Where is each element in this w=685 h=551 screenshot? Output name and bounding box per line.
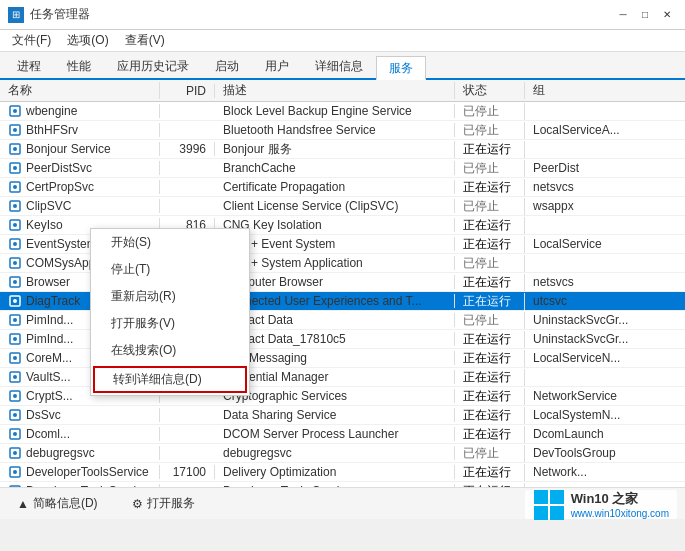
cell-name: CertPropSvc — [0, 180, 160, 194]
open-services-button[interactable]: ⚙ 打开服务 — [123, 491, 204, 516]
cell-desc: Credential Manager — [215, 370, 455, 384]
menu-options[interactable]: 选项(O) — [59, 30, 116, 51]
title-bar-left: ⊞ 任务管理器 — [8, 6, 90, 23]
cell-desc: CoreMessaging — [215, 351, 455, 365]
table-row[interactable]: ClipSVC Client License Service (ClipSVC)… — [0, 197, 685, 216]
table-row[interactable]: PeerDistSvc BranchCache 已停止 PeerDist — [0, 159, 685, 178]
menu-view[interactable]: 查看(V) — [117, 30, 173, 51]
tab-startup[interactable]: 启动 — [202, 54, 252, 78]
tab-app-history[interactable]: 应用历史记录 — [104, 54, 202, 78]
cell-desc: Data Sharing Service — [215, 408, 455, 422]
tab-processes[interactable]: 进程 — [4, 54, 54, 78]
minimize-button[interactable]: ─ — [613, 5, 633, 25]
tab-services[interactable]: 服务 — [376, 56, 426, 80]
open-services-label: 打开服务 — [147, 495, 195, 512]
table-row[interactable]: wbengine Block Level Backup Engine Servi… — [0, 102, 685, 121]
cell-group: DevToolsGroup — [525, 446, 685, 460]
svg-point-29 — [13, 375, 17, 379]
cell-desc: BranchCache — [215, 161, 455, 175]
service-icon — [8, 123, 22, 137]
cell-status: 已停止 — [455, 198, 525, 215]
table-row[interactable]: CertPropSvc Certificate Propagation 正在运行… — [0, 178, 685, 197]
service-icon — [8, 294, 22, 308]
menu-file[interactable]: 文件(F) — [4, 30, 59, 51]
cell-name: wbengine — [0, 104, 160, 118]
service-icon — [8, 370, 22, 384]
main-content: 名称 PID 描述 状态 组 wbengine Block Level Back… — [0, 80, 685, 519]
watermark-text: Win10 之家 www.win10xitong.com — [571, 490, 669, 519]
service-icon — [8, 199, 22, 213]
summary-button[interactable]: ▲ 简略信息(D) — [8, 491, 107, 516]
table-row[interactable]: debugregsvc debugregsvc 已停止 DevToolsGrou… — [0, 444, 685, 463]
close-button[interactable]: ✕ — [657, 5, 677, 25]
tab-details[interactable]: 详细信息 — [302, 54, 376, 78]
table-row[interactable]: DeveloperToolsService 17100 Delivery Opt… — [0, 463, 685, 482]
cell-status: 正在运行 — [455, 236, 525, 253]
svg-rect-46 — [534, 506, 548, 520]
context-menu-item-start[interactable]: 开始(S) — [91, 229, 249, 256]
svg-point-9 — [13, 185, 17, 189]
context-menu-item-open-services[interactable]: 打开服务(V) — [91, 310, 249, 337]
title-bar: ⊞ 任务管理器 ─ □ ✕ — [0, 0, 685, 30]
cell-desc: COM+ System Application — [215, 256, 455, 270]
cell-group: NetworkService — [525, 389, 685, 403]
table-row[interactable]: BthHFSrv Bluetooth Handsfree Service 已停止… — [0, 121, 685, 140]
cell-group: netsvcs — [525, 275, 685, 289]
cell-group: utcsvc — [525, 294, 685, 308]
header-status[interactable]: 状态 — [455, 82, 525, 99]
service-icon — [8, 427, 22, 441]
summary-label: 简略信息(D) — [33, 495, 98, 512]
status-bar: ▲ 简略信息(D) ⚙ 打开服务 Win10 之家 www.win10xiton… — [0, 487, 685, 519]
header-name[interactable]: 名称 — [0, 82, 160, 99]
cell-desc: Connected User Experiences and T... — [215, 294, 455, 308]
cell-status: 已停止 — [455, 122, 525, 139]
cell-group: UninstackSvcGr... — [525, 313, 685, 327]
tab-performance[interactable]: 性能 — [54, 54, 104, 78]
svg-point-25 — [13, 337, 17, 341]
cell-status: 正在运行 — [455, 293, 525, 310]
cell-group: UninstackSvcGr... — [525, 332, 685, 346]
cell-desc: COM+ Event System — [215, 237, 455, 251]
service-icon — [8, 142, 22, 156]
cell-desc: Delivery Optimization — [215, 465, 455, 479]
menu-bar: 文件(F) 选项(O) 查看(V) — [0, 30, 685, 52]
cell-group: netsvcs — [525, 180, 685, 194]
cell-group: LocalServiceN... — [525, 351, 685, 365]
service-icon — [8, 180, 22, 194]
header-desc[interactable]: 描述 — [215, 82, 455, 99]
table-row[interactable]: Bonjour Service 3996 Bonjour 服务 正在运行 — [0, 140, 685, 159]
service-icon — [8, 389, 22, 403]
context-menu-item-search-online[interactable]: 在线搜索(O) — [91, 337, 249, 364]
watermark: Win10 之家 www.win10xitong.com — [525, 490, 677, 519]
cell-status: 已停止 — [455, 445, 525, 462]
cell-status: 已停止 — [455, 255, 525, 272]
cell-status: 正在运行 — [455, 407, 525, 424]
cell-desc: Cryptographic Services — [215, 389, 455, 403]
svg-point-17 — [13, 261, 17, 265]
cell-status: 已停止 — [455, 312, 525, 329]
cell-pid: 3996 — [160, 142, 215, 156]
svg-point-13 — [13, 223, 17, 227]
cell-desc: CNG Key Isolation — [215, 218, 455, 232]
table-row[interactable]: DsSvc Data Sharing Service 正在运行 LocalSys… — [0, 406, 685, 425]
cell-status: 正在运行 — [455, 388, 525, 405]
cell-status: 正在运行 — [455, 217, 525, 234]
title-bar-text: 任务管理器 — [30, 6, 90, 23]
cell-status: 正在运行 — [455, 141, 525, 158]
svg-point-31 — [13, 394, 17, 398]
header-group[interactable]: 组 — [525, 82, 685, 99]
header-pid[interactable]: PID — [160, 84, 215, 98]
cell-pid: 17100 — [160, 465, 215, 479]
svg-point-21 — [13, 299, 17, 303]
service-icon — [8, 313, 22, 327]
tab-users[interactable]: 用户 — [252, 54, 302, 78]
table-row[interactable]: Dcoml... DCOM Server Process Launcher 正在… — [0, 425, 685, 444]
cell-desc: DCOM Server Process Launcher — [215, 427, 455, 441]
context-menu-item-goto-details[interactable]: 转到详细信息(D) — [93, 366, 247, 393]
cell-name: PeerDistSvc — [0, 161, 160, 175]
service-icon — [8, 275, 22, 289]
svg-point-7 — [13, 166, 17, 170]
context-menu-item-restart[interactable]: 重新启动(R) — [91, 283, 249, 310]
context-menu-item-stop[interactable]: 停止(T) — [91, 256, 249, 283]
maximize-button[interactable]: □ — [635, 5, 655, 25]
